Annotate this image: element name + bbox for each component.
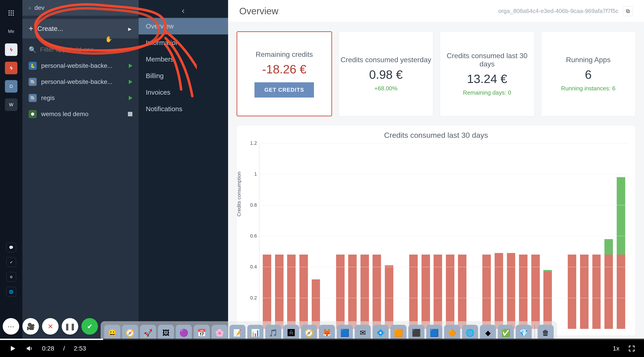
rail-org-3-label: D bbox=[10, 84, 13, 89]
progress-track[interactable] bbox=[0, 339, 644, 340]
app-name: personal-website-backe... bbox=[41, 62, 112, 69]
app-name: regis bbox=[41, 94, 55, 102]
rail-bottom: 💬 ✔ ⚙ 🌐 bbox=[0, 242, 22, 296]
search-input[interactable] bbox=[40, 46, 132, 53]
time-sep: / bbox=[63, 345, 65, 352]
bar-base bbox=[372, 254, 381, 329]
y-tick: 0.4 bbox=[250, 264, 257, 270]
bar-base bbox=[348, 254, 357, 329]
card-value: 0.98 € bbox=[369, 68, 403, 82]
stat-card: Remaining credits-18.26 €GET CREDITS bbox=[236, 31, 332, 116]
left-rail: Me D W 💬 ✔ ⚙ 🌐 bbox=[0, 0, 22, 339]
submenu-billing[interactable]: Billing bbox=[139, 68, 228, 84]
submenu-overview[interactable]: Overview bbox=[139, 18, 228, 34]
stats-cards: Remaining credits-18.26 €GET CREDITSCred… bbox=[228, 22, 644, 121]
cursor-icon: ✋ bbox=[105, 36, 112, 43]
bar-base bbox=[446, 254, 454, 329]
submenu-back[interactable] bbox=[139, 4, 228, 18]
app-item[interactable]: ⬢wemos led demo bbox=[22, 106, 139, 122]
status-run-icon bbox=[129, 80, 132, 84]
org-selector[interactable]: ⌂ dev bbox=[22, 0, 139, 16]
card-label: Remaining credits bbox=[256, 50, 313, 58]
svg-rect-10 bbox=[626, 10, 629, 12]
rec-pause-button[interactable]: ❚❚ bbox=[62, 318, 78, 335]
app-root: Me D W 💬 ✔ ⚙ 🌐 ⌂ dev + Create... ▸ 🔍 🐍pe… bbox=[0, 0, 644, 357]
node-icon: ⬢ bbox=[28, 110, 37, 118]
bar-base bbox=[336, 254, 344, 329]
check-icon[interactable]: ✔ bbox=[6, 257, 16, 267]
app-name: wemos led demo bbox=[41, 110, 88, 118]
progress-fill bbox=[0, 339, 103, 340]
submenu-invoices[interactable]: Invoices bbox=[139, 84, 228, 101]
bar-base bbox=[300, 254, 308, 329]
card-label: Running Apps bbox=[566, 56, 610, 64]
grid-line bbox=[260, 298, 628, 298]
create-button[interactable]: + Create... ▸ bbox=[22, 19, 139, 38]
fullscreen-button[interactable] bbox=[628, 345, 635, 352]
volume-button[interactable] bbox=[26, 345, 33, 352]
svg-point-6 bbox=[8, 14, 10, 16]
submenu-information[interactable]: Information bbox=[139, 34, 228, 51]
y-axis: 00.20.40.60.811.2 bbox=[244, 143, 259, 329]
macos-dock: 😀🧭🚀🖼🟣📅🌸📝📊🎵🅰🧭🦊🟦✉💠🟧⬛🟦🔶🌐◆✅💎🗑 bbox=[100, 321, 557, 341]
rail-org-4[interactable]: W bbox=[5, 98, 18, 111]
bar-base bbox=[458, 254, 466, 329]
submenu-notifications[interactable]: Notifications bbox=[139, 101, 228, 117]
gear-icon[interactable]: ⚙ bbox=[6, 272, 16, 282]
rec-cancel-button[interactable]: ✕ bbox=[42, 318, 58, 335]
plot-area bbox=[259, 143, 628, 329]
card-label: Credits consumed last 30 days bbox=[440, 52, 534, 68]
bar-base bbox=[568, 254, 576, 329]
py-icon: 🐍 bbox=[28, 62, 37, 70]
svg-point-5 bbox=[13, 12, 14, 14]
rail-org-4-label: W bbox=[9, 102, 14, 107]
apps-list: 🐍personal-website-backe...🐘personal-webs… bbox=[22, 58, 139, 122]
bar-base bbox=[287, 254, 296, 329]
rail-me[interactable]: Me bbox=[5, 25, 18, 38]
bar-base bbox=[519, 254, 528, 329]
chat-icon[interactable]: 💬 bbox=[6, 242, 16, 252]
card-sub: +68.00% bbox=[374, 85, 397, 92]
chart-panel: Credits consumed last 30 days Credits co… bbox=[236, 125, 636, 336]
bar-base bbox=[434, 254, 442, 329]
bar-extra bbox=[604, 239, 613, 254]
pg-icon: 🐘 bbox=[28, 78, 37, 86]
apps-grid-icon[interactable] bbox=[5, 7, 18, 19]
bar-base bbox=[580, 254, 588, 329]
search-row: 🔍 bbox=[22, 42, 139, 58]
card-value: -18.26 € bbox=[262, 62, 306, 76]
submenu-members[interactable]: Members bbox=[139, 51, 228, 68]
grid-line bbox=[260, 236, 628, 236]
rail-org-3[interactable]: D bbox=[5, 80, 18, 92]
bar-base bbox=[495, 253, 503, 329]
video-player-bar: 0:28 / 2:53 1x bbox=[0, 340, 644, 357]
y-axis-label: Credits consumption bbox=[236, 172, 242, 216]
y-tick: 0.6 bbox=[250, 233, 257, 239]
rail-org-1[interactable] bbox=[5, 44, 18, 56]
app-item[interactable]: 🐘personal-website-backe... bbox=[22, 74, 139, 90]
bar-base bbox=[482, 254, 491, 329]
bar-base bbox=[409, 254, 418, 329]
app-item[interactable]: 🐍personal-website-backe... bbox=[22, 58, 139, 74]
app-item[interactable]: 🐘regis bbox=[22, 90, 139, 106]
copy-id-button[interactable] bbox=[623, 6, 633, 16]
play-button[interactable] bbox=[9, 345, 16, 352]
rec-more-button[interactable]: ⋯ bbox=[3, 318, 19, 335]
chart-title: Credits consumed last 30 days bbox=[244, 131, 628, 140]
stat-card: Running Apps6Running instances: 6 bbox=[541, 31, 636, 116]
rec-done-button[interactable]: ✔ bbox=[82, 318, 98, 335]
globe-icon[interactable]: 🌐 bbox=[6, 287, 16, 296]
get-credits-button[interactable]: GET CREDITS bbox=[254, 82, 314, 98]
rec-camera-button[interactable]: 🎥 bbox=[22, 318, 39, 335]
speed-button[interactable]: 1x bbox=[613, 345, 620, 352]
svg-point-0 bbox=[8, 10, 10, 12]
stat-card: Credits consumed yesterday0.98 €+68.00% bbox=[339, 31, 433, 116]
chevron-right-icon: ▸ bbox=[128, 25, 132, 33]
bar-extra bbox=[617, 177, 625, 254]
bar-base bbox=[544, 272, 552, 329]
bar-base bbox=[531, 254, 540, 329]
card-value: 6 bbox=[585, 68, 592, 82]
svg-point-7 bbox=[10, 14, 12, 16]
rail-org-2[interactable] bbox=[5, 62, 18, 74]
page-title: Overview bbox=[239, 6, 278, 16]
